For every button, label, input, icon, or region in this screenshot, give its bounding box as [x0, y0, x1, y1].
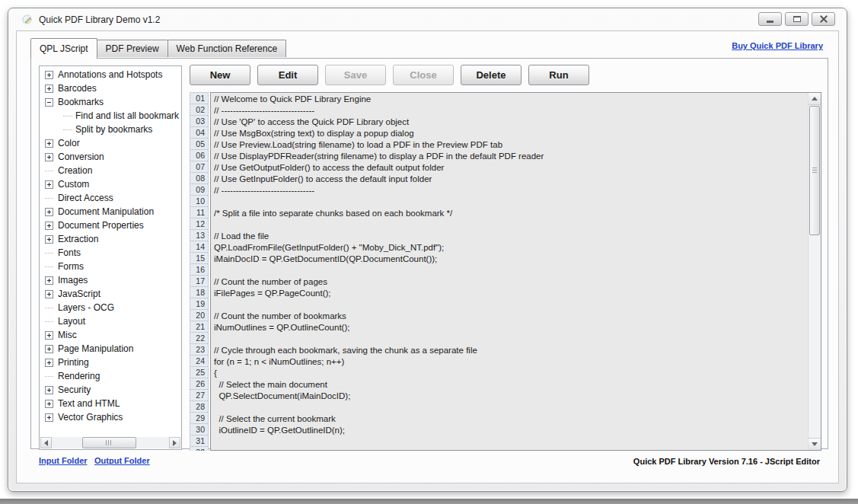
- expand-icon[interactable]: [45, 139, 53, 148]
- tree-item-bookmarks[interactable]: Bookmarks: [40, 95, 180, 109]
- maximize-icon: [793, 16, 801, 22]
- expand-icon[interactable]: [45, 85, 53, 93]
- tree-item-rendering[interactable]: Rendering: [40, 369, 180, 383]
- tree-item-label: Printing: [58, 357, 89, 368]
- expand-icon[interactable]: [45, 180, 53, 189]
- edit-button[interactable]: Edit: [257, 65, 318, 85]
- maximize-button[interactable]: [785, 12, 809, 26]
- code-line: iFilePages = QP.PageCount();: [214, 288, 808, 299]
- line-number: 09: [190, 184, 208, 196]
- code-line: // Select the main document: [214, 379, 808, 391]
- tree-horizontal-scrollbar[interactable]: [40, 437, 180, 448]
- minimize-button[interactable]: [758, 12, 782, 26]
- tree-item-document-manipulation[interactable]: Document Manipulation: [40, 205, 180, 219]
- save-button[interactable]: Save: [325, 65, 386, 85]
- code-line: [214, 299, 808, 311]
- expand-icon[interactable]: [45, 386, 53, 394]
- expand-icon[interactable]: [45, 222, 53, 230]
- expand-icon[interactable]: [45, 345, 53, 353]
- code-line: // Load the file: [214, 231, 808, 242]
- expand-icon[interactable]: [45, 359, 53, 367]
- code-line: // --------------------------------: [214, 105, 808, 116]
- expand-icon[interactable]: [45, 71, 53, 79]
- input-folder-link[interactable]: Input Folder: [39, 456, 88, 465]
- tree-item-custom[interactable]: Custom: [40, 177, 180, 191]
- editor-scrollbar-thumb[interactable]: [809, 106, 820, 235]
- tree-item-creation[interactable]: Creation: [40, 164, 180, 177]
- code-line: QP.SelectDocument(iMainDocID);: [214, 391, 808, 402]
- expand-icon[interactable]: [45, 400, 53, 408]
- tree-item-forms[interactable]: Forms: [40, 260, 180, 273]
- scroll-up-button[interactable]: [809, 93, 821, 105]
- tree-item-label: Document Properties: [58, 220, 144, 231]
- code-line: [214, 333, 808, 345]
- expand-icon[interactable]: [45, 413, 53, 422]
- tree-item-printing[interactable]: Printing: [40, 356, 180, 369]
- expand-icon[interactable]: [45, 235, 53, 244]
- tree-item-conversion[interactable]: Conversion: [40, 150, 180, 164]
- tree-item-split-by-bookmarks[interactable]: Split by bookmarks: [40, 123, 180, 136]
- line-number: 18: [190, 287, 208, 298]
- app-icon: [21, 14, 33, 26]
- scroll-down-button[interactable]: [809, 438, 821, 450]
- tree-item-page-manipulation[interactable]: Page Manipulation: [40, 342, 180, 356]
- tree-item-barcodes[interactable]: Barcodes: [40, 81, 180, 95]
- tree-item-text-and-html[interactable]: Text and HTML: [40, 397, 180, 410]
- close-button[interactable]: Close: [393, 65, 454, 85]
- tree-scrollbar-track[interactable]: [52, 437, 169, 448]
- code-area[interactable]: // Welcome to Quick PDF Library Engine//…: [211, 94, 808, 450]
- tree-item-fonts[interactable]: Fonts: [40, 246, 180, 260]
- close-button[interactable]: [812, 12, 835, 26]
- tree-item-javascript[interactable]: JavaScript: [40, 287, 180, 301]
- minimize-icon: [767, 21, 773, 23]
- tree-item-label: Custom: [58, 179, 89, 190]
- tab-strip: QPL JScriptPDF PreviewWeb Function Refer…: [30, 38, 285, 59]
- arrow-down-icon: [812, 442, 818, 446]
- tree-item-images[interactable]: Images: [40, 273, 180, 287]
- tree-item-label: Barcodes: [58, 83, 97, 94]
- code-line: [214, 436, 808, 448]
- tab-pdf-preview[interactable]: PDF Preview: [97, 40, 168, 57]
- tree-item-label: Document Manipulation: [58, 206, 154, 217]
- expand-icon[interactable]: [45, 290, 53, 298]
- tree-item-layers-ocg[interactable]: Layers - OCG: [40, 301, 180, 314]
- tab-web-function-reference[interactable]: Web Function Reference: [167, 40, 287, 57]
- buy-quick-pdf-library-link[interactable]: Buy Quick PDF Library: [732, 41, 823, 50]
- tree-item-direct-access[interactable]: Direct Access: [40, 191, 180, 205]
- tab-qpl-jscript[interactable]: QPL JScript: [30, 38, 97, 59]
- code-line: {: [214, 368, 808, 379]
- toolbar: NewEditSaveCloseDeleteRun: [190, 65, 589, 85]
- tree-item-color[interactable]: Color: [40, 136, 180, 150]
- line-number: 10: [190, 196, 208, 207]
- titlebar[interactable]: Quick PDF Library Demo v1.2: [8, 8, 847, 30]
- tree-scrollbar-thumb[interactable]: [82, 437, 136, 448]
- tree-item-layout[interactable]: Layout: [40, 314, 180, 328]
- tree-connector: [45, 266, 53, 267]
- code-line: iOutlineID = QP.GetOutlineID(n);: [214, 425, 808, 436]
- tree-item-extraction[interactable]: Extraction: [40, 232, 180, 246]
- output-folder-link[interactable]: Output Folder: [94, 456, 150, 465]
- collapse-icon[interactable]: [45, 98, 53, 107]
- tree-item-label: Fonts: [58, 247, 81, 258]
- tree-item-misc[interactable]: Misc: [40, 328, 180, 342]
- tree-item-find-and-list-all-bookmark[interactable]: Find and list all bookmark: [40, 109, 180, 123]
- page: Quick PDF Library Demo v1.2 QPL JScriptP…: [0, 0, 858, 504]
- expand-icon[interactable]: [45, 208, 53, 216]
- screen-edge-strip: [0, 499, 858, 504]
- tree-item-label: Split by bookmarks: [75, 124, 152, 135]
- tree-item-document-properties[interactable]: Document Properties: [40, 219, 180, 232]
- expand-icon[interactable]: [45, 331, 53, 340]
- new-button[interactable]: New: [190, 65, 250, 85]
- editor-vertical-scrollbar[interactable]: [808, 93, 821, 450]
- scroll-right-button[interactable]: [169, 437, 180, 448]
- tree-item-annotations-and-hotspots[interactable]: Annotations and Hotspots: [40, 68, 180, 81]
- delete-button[interactable]: Delete: [461, 65, 521, 85]
- tree-item-vector-graphics[interactable]: Vector Graphics: [40, 410, 180, 424]
- scroll-left-button[interactable]: [40, 437, 52, 448]
- tree-item-security[interactable]: Security: [40, 383, 180, 397]
- code-editor[interactable]: // Welcome to Quick PDF Library Engine//…: [210, 92, 821, 451]
- run-button[interactable]: Run: [528, 65, 589, 85]
- expand-icon[interactable]: [45, 153, 53, 161]
- code-line: // Use Preview.Load(string filename) to …: [214, 139, 808, 151]
- expand-icon[interactable]: [45, 276, 53, 285]
